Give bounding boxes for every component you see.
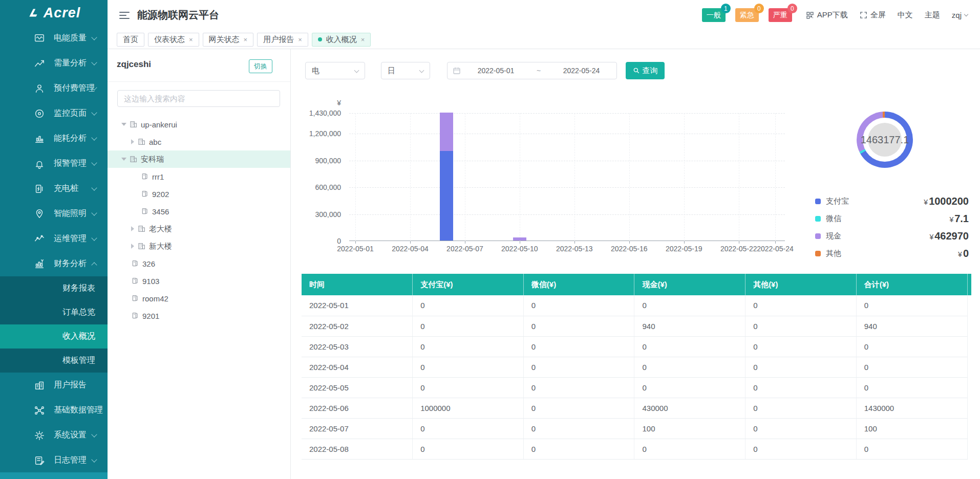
sidebar-item-13[interactable]: 日志管理 <box>0 448 108 473</box>
table-row-6[interactable]: 2022-05-07001000100 <box>302 418 971 439</box>
bar-segment-现金[interactable] <box>513 237 526 241</box>
sidebar-item-5[interactable]: 报警管理 <box>0 151 108 176</box>
user-report-icon <box>34 380 45 391</box>
sidebar-subitem-9-0[interactable]: 财务报表 <box>0 276 108 300</box>
x-axis-tick <box>355 241 356 244</box>
close-icon[interactable]: × <box>244 36 248 43</box>
tree-node-2[interactable]: 安科瑞 <box>108 150 290 168</box>
sidebar-subitem-9-3[interactable]: 模板管理 <box>0 349 108 373</box>
legend-item-0[interactable]: 支付宝¥1000200 <box>815 192 969 210</box>
table-row-3[interactable]: 2022-05-0400000 <box>302 357 971 377</box>
table-header-1: 支付宝(¥) <box>413 274 524 295</box>
header: 能源物联网云平台 一般1紧急0严重0 APP下载 全屏 中文 主题 zqj <box>108 0 980 30</box>
query-button[interactable]: 查询 <box>626 62 665 79</box>
gridline-vertical <box>775 113 776 241</box>
close-icon[interactable]: × <box>361 36 365 43</box>
date-end[interactable]: 2022-05-24 <box>546 67 616 75</box>
tree-node-11[interactable]: 9201 <box>108 307 290 324</box>
x-tick-label: 2022-05-19 <box>661 245 708 253</box>
tree-node-0[interactable]: up-ankerui <box>108 116 290 133</box>
legend-dot <box>815 251 821 256</box>
sidebar-item-12[interactable]: 系统设置 <box>0 423 108 448</box>
alarm-count-badge: 1 <box>721 4 731 13</box>
theme-switch[interactable]: 主题 <box>925 10 940 20</box>
menu-toggle-icon[interactable] <box>119 12 130 19</box>
chevron-down-icon <box>91 135 97 140</box>
sidebar-subitem-9-2[interactable]: 收入概况 <box>0 324 108 349</box>
table-row-2[interactable]: 2022-05-0300000 <box>302 336 971 357</box>
sidebar-item-11[interactable]: 基础数据管理 <box>0 398 108 423</box>
tree-panel-header: zqjceshi 切换 <box>108 49 290 82</box>
tree-collapse-icon[interactable] <box>131 139 134 144</box>
sidebar-item-6[interactable]: 充电桩 <box>0 176 108 201</box>
sidebar-item-9[interactable]: 财务分析 <box>0 251 108 276</box>
fullscreen-button[interactable]: 全屏 <box>860 10 886 20</box>
gridline-horizontal <box>349 187 785 188</box>
tree-node-8[interactable]: 326 <box>108 255 290 272</box>
sidebar-item-2[interactable]: 预付费管理 <box>0 76 108 101</box>
period-select[interactable]: 日 <box>381 62 430 79</box>
sidebar-item-7[interactable]: 智能照明 <box>0 201 108 226</box>
table-row-1[interactable]: 2022-05-02009400940 <box>302 316 971 336</box>
tab-1[interactable]: 仪表状态× <box>148 33 199 47</box>
tree-node-10[interactable]: room42 <box>108 290 290 307</box>
tree-collapse-icon[interactable] <box>131 226 134 231</box>
table-cell: 2022-05-03 <box>302 336 413 357</box>
x-tick-label: 2022-05-01 <box>332 245 379 253</box>
table-row-7[interactable]: 2022-05-0800000 <box>302 439 971 459</box>
legend-item-2[interactable]: 现金¥462970 <box>815 227 969 245</box>
device-tree: up-ankeruiabc安科瑞rrr192023456老大楼新大楼326910… <box>108 116 290 324</box>
tab-0[interactable]: 首页 <box>117 33 144 47</box>
sidebar-item-4[interactable]: 能耗分析 <box>0 126 108 151</box>
tree-node-7[interactable]: 新大楼 <box>108 237 290 255</box>
tree-collapse-icon[interactable] <box>131 244 134 249</box>
tree-node-1[interactable]: abc <box>108 133 290 150</box>
tree-node-3[interactable]: rrr1 <box>108 168 290 185</box>
tab-3[interactable]: 用户报告× <box>257 33 308 47</box>
energy-icon <box>34 133 45 144</box>
table-header-5: 合计(¥) <box>856 274 967 295</box>
sidebar-item-3[interactable]: 监控页面 <box>0 101 108 126</box>
table-cell: 0 <box>856 295 967 316</box>
legend-item-1[interactable]: 微信¥7.1 <box>815 210 969 227</box>
tab-2[interactable]: 网关状态× <box>203 33 254 47</box>
chevron-down-icon <box>91 235 97 241</box>
table-row-4[interactable]: 2022-05-0500000 <box>302 377 971 398</box>
bar-segment-支付宝[interactable] <box>440 151 453 241</box>
date-range-picker[interactable]: 2022-05-01 ~ 2022-05-24 <box>447 62 617 79</box>
x-axis-tick <box>465 241 465 244</box>
tree-expand-icon[interactable] <box>121 158 126 161</box>
sidebar-item-0[interactable]: 电能质量 <box>0 26 108 51</box>
language-switch[interactable]: 中文 <box>898 10 913 20</box>
user-menu[interactable]: zqj <box>952 11 968 19</box>
table-cell: 0 <box>745 316 857 336</box>
tree-node-6[interactable]: 老大楼 <box>108 220 290 237</box>
close-icon[interactable]: × <box>298 36 302 43</box>
building-icon <box>130 120 138 128</box>
bar-segment-现金[interactable] <box>440 113 453 151</box>
close-icon[interactable]: × <box>189 36 193 43</box>
sidebar-item-10[interactable]: 用户报告 <box>0 373 108 398</box>
tree-node-9[interactable]: 9103 <box>108 272 290 290</box>
alarm-badge-normal[interactable]: 一般1 <box>702 8 726 22</box>
energy-type-select[interactable]: 电 <box>305 62 365 79</box>
table-cell: 0 <box>523 295 634 316</box>
tree-expand-icon[interactable] <box>121 123 126 126</box>
switch-button[interactable]: 切换 <box>249 59 272 73</box>
tree-node-5[interactable]: 3456 <box>108 203 290 220</box>
tree-search-input[interactable] <box>117 90 280 107</box>
tree-node-4[interactable]: 9202 <box>108 185 290 203</box>
tab-4[interactable]: 收入概况× <box>312 33 371 47</box>
legend-item-3[interactable]: 其他¥0 <box>815 245 969 262</box>
table-row-0[interactable]: 2022-05-0100000 <box>302 295 971 316</box>
sidebar-subitem-9-1[interactable]: 订单总览 <box>0 300 108 324</box>
table-scrollbar-gutter <box>967 274 971 295</box>
sidebar-item-8[interactable]: 运维管理 <box>0 226 108 251</box>
sidebar-item-1[interactable]: 需量分析 <box>0 51 108 76</box>
alarm-badge-severe[interactable]: 严重0 <box>769 8 792 22</box>
date-start[interactable]: 2022-05-01 <box>461 67 531 75</box>
alarm-badge-urgent[interactable]: 紧急0 <box>735 8 759 22</box>
table-row-5[interactable]: 2022-05-061000000043000001430000 <box>302 398 971 418</box>
app-download-button[interactable]: APP下载 <box>806 10 848 20</box>
alarm-badges: 一般1紧急0严重0 <box>702 8 792 22</box>
